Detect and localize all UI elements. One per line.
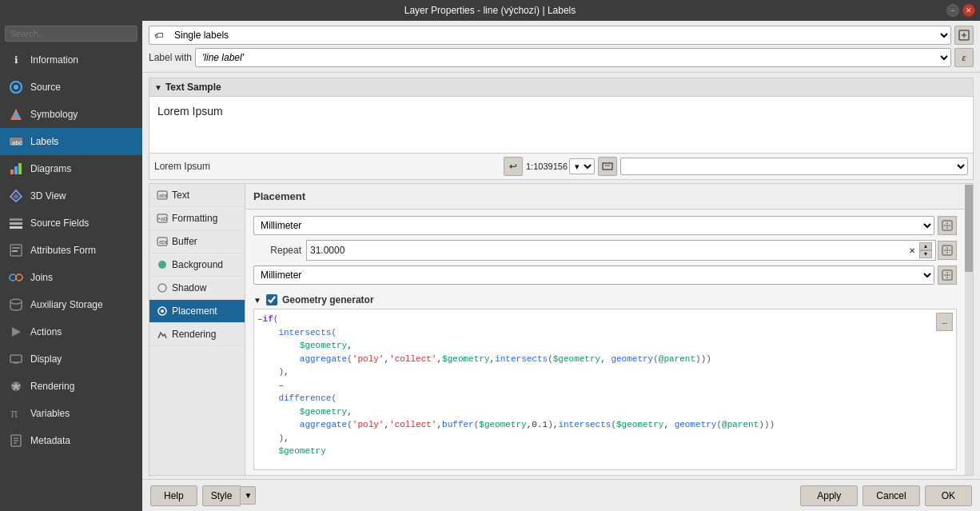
scale-area: 1:1039156 ▾ [526, 158, 595, 174]
source-icon [8, 79, 24, 95]
placement-row-unit1: Millimeter [253, 216, 957, 235]
scroll-thumb[interactable] [965, 185, 973, 272]
style-button[interactable]: Style [202, 485, 241, 506]
text-sample-header[interactable]: ▼ Text Sample [149, 78, 973, 97]
sidebar-item-joins[interactable]: Joins [0, 264, 142, 291]
sidebar-item-auxiliary-storage[interactable]: Auxiliary Storage [0, 291, 142, 318]
props-sidebar: abc Text +ab Formatting abc [149, 184, 245, 475]
placement-header: Placement [245, 184, 965, 210]
sidebar-item-diagrams[interactable]: Diagrams [0, 155, 142, 182]
repeat-expr-btn[interactable] [938, 241, 957, 260]
svg-point-18 [16, 274, 22, 281]
props-item-placement[interactable]: Placement [149, 300, 245, 323]
sidebar-item-labels[interactable]: abc Labels [0, 128, 142, 155]
cancel-button[interactable]: Cancel [862, 485, 919, 506]
unit2-expr-btn[interactable] [938, 265, 957, 285]
sidebar-item-label: Actions [30, 326, 62, 337]
svg-point-37 [161, 309, 164, 313]
label-expr-btn[interactable]: ε [954, 48, 974, 67]
sidebar-item-label: Source Fields [30, 218, 89, 229]
top-controls: 🏷 Single labels Label with 'line label' [142, 21, 980, 73]
props-item-rendering[interactable]: Rendering [149, 323, 245, 346]
text-sample-section: ▼ Text Sample Lorem Ipsum Lorem Ipsum ↩ … [149, 78, 974, 180]
repeat-clear-btn[interactable]: ✕ [905, 243, 919, 257]
diagrams-icon [8, 161, 24, 177]
apply-button[interactable]: Apply [800, 485, 858, 506]
geo-checkbox[interactable] [266, 294, 277, 305]
sidebar-item-metadata[interactable]: Metadata [0, 427, 142, 454]
label-with-label: Label with [149, 52, 192, 63]
sidebar-item-source-fields[interactable]: Source Fields [0, 210, 142, 237]
ok-button[interactable]: OK [925, 485, 972, 506]
props-item-buffer[interactable]: abc Buffer [149, 230, 245, 254]
search-input[interactable] [5, 26, 137, 42]
sidebar-item-3dview[interactable]: 3D View [0, 182, 142, 210]
rendering-icon [8, 378, 24, 394]
props-item-background[interactable]: Background [149, 254, 245, 277]
repeat-spin-up[interactable]: ▴ [919, 242, 932, 250]
sidebar-item-display[interactable]: Display [0, 345, 142, 373]
sample-bottom-text: Lorem Ipsum [154, 161, 500, 172]
metadata-icon [8, 433, 24, 449]
attributes-form-icon [8, 242, 24, 258]
geo-code: –if( intersects( $geometry, aggregate('p… [257, 313, 953, 458]
minimize-button[interactable]: – [946, 4, 959, 17]
svg-rect-13 [10, 226, 22, 229]
repeat-spin-down[interactable]: ▾ [919, 250, 932, 258]
svg-rect-11 [10, 218, 22, 221]
help-button[interactable]: Help [150, 485, 197, 506]
props-tab-label: Shadow [172, 282, 206, 293]
placement-row-repeat: Repeat 31.0000 ✕ ▴ ▾ [253, 240, 957, 261]
repeat-label: Repeat [253, 245, 301, 256]
sidebar-item-source[interactable]: Source [0, 74, 142, 101]
sidebar-item-information[interactable]: ℹ Information [0, 46, 142, 74]
main-content: ℹ Information Source Symbology abc Label [0, 21, 980, 511]
rendering-tab-icon [156, 328, 169, 341]
sidebar-item-label: Auxiliary Storage [30, 299, 103, 310]
svg-rect-7 [14, 166, 18, 174]
props-tab-label: Text [172, 190, 189, 201]
props-item-text[interactable]: abc Text [149, 184, 245, 207]
label-with-select[interactable]: 'line label' [196, 49, 950, 66]
sidebar-search-area [0, 21, 142, 46]
scale-value: 1:1039156 [526, 162, 568, 171]
label-mode-select[interactable]: Single labels [168, 26, 950, 44]
svg-rect-26 [603, 163, 612, 170]
svg-rect-12 [10, 222, 22, 225]
style-dropdown-arrow[interactable]: ▼ [241, 486, 256, 505]
label-mode-extra-btn[interactable] [954, 26, 974, 45]
sample-bottom: Lorem Ipsum ↩ 1:1039156 ▾ [149, 153, 973, 179]
view-mode-select[interactable] [621, 158, 967, 174]
sidebar-item-label: Metadata [30, 435, 70, 446]
sidebar: ℹ Information Source Symbology abc Label [0, 21, 142, 511]
preview-extra-btn[interactable] [598, 157, 617, 176]
props-item-formatting[interactable]: +ab Formatting [149, 207, 245, 230]
sidebar-item-actions[interactable]: Actions [0, 318, 142, 345]
window-title: Layer Properties - line (výchozí) | Labe… [404, 5, 576, 16]
sidebar-item-attributes-form[interactable]: Attributes Form [0, 237, 142, 264]
unit-select-2[interactable]: Millimeter [254, 266, 934, 284]
placement-rows: Millimeter Repeat [245, 210, 965, 291]
unit1-expr-btn[interactable] [938, 216, 957, 235]
shadow-tab-icon [156, 281, 169, 294]
geo-more-btn[interactable]: … [936, 313, 953, 331]
sidebar-item-symbology[interactable]: Symbology [0, 101, 142, 128]
props-item-shadow[interactable]: Shadow [149, 277, 245, 300]
sidebar-item-rendering[interactable]: Rendering [0, 373, 142, 400]
buffer-tab-icon: abc [156, 235, 169, 248]
svg-text:abc: abc [159, 193, 168, 198]
repeat-spinners: ▴ ▾ [919, 242, 932, 258]
unit-select-1[interactable]: Millimeter [254, 217, 934, 234]
scrollbar[interactable] [965, 184, 973, 475]
sidebar-item-label: Information [30, 54, 78, 66]
placement-row-unit2: Millimeter [253, 265, 957, 285]
sidebar-item-label: Joins [30, 272, 53, 283]
svg-point-17 [10, 274, 16, 281]
close-button[interactable]: ✕ [962, 4, 975, 17]
sidebar-item-label: Symbology [30, 109, 78, 120]
reset-preview-btn[interactable]: ↩ [504, 157, 523, 176]
sidebar-item-variables[interactable]: π Variables [0, 400, 142, 427]
repeat-value: 31.0000 [310, 245, 905, 256]
sidebar-item-label: 3D View [30, 190, 66, 202]
scale-select[interactable]: ▾ [569, 158, 595, 174]
